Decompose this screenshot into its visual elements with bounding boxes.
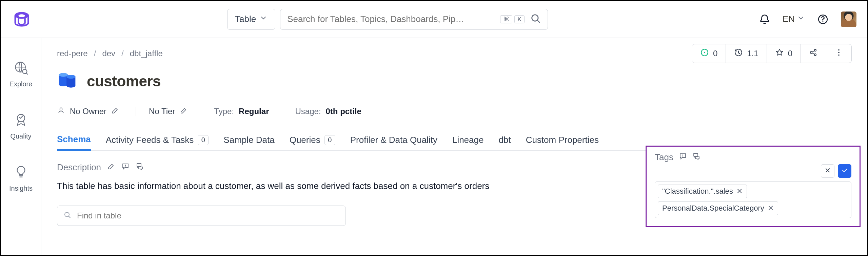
svg-point-14 [838, 52, 840, 53]
remove-tag-icon[interactable]: ✕ [736, 187, 743, 196]
sidebar-item-quality[interactable]: Quality [10, 112, 31, 140]
tab-profiler[interactable]: Profiler & Data Quality [350, 135, 437, 150]
tab-schema[interactable]: Schema [57, 134, 91, 151]
description-heading: Description [57, 162, 101, 173]
breadcrumb-separator: / [94, 49, 96, 58]
request-icon[interactable] [679, 152, 687, 163]
tab-lineage[interactable]: Lineage [452, 135, 484, 150]
breadcrumb-item[interactable]: red-pere [57, 49, 88, 58]
search-type-dropdown[interactable]: Table [227, 9, 275, 30]
tier-value: No Tier [149, 107, 175, 116]
help-icon[interactable] [817, 14, 829, 25]
breadcrumb-item[interactable]: dev [102, 49, 115, 58]
tab-label: Activity Feeds & Tasks [106, 135, 194, 145]
tags-heading: Tags [655, 152, 673, 163]
kbd-cmd: ⌘ [500, 15, 512, 23]
app-logo[interactable] [12, 9, 32, 29]
owner-icon [57, 106, 65, 116]
global-search[interactable]: ⌘ K [280, 9, 548, 30]
stat-value: 0 [713, 49, 717, 58]
ribbon-icon [14, 112, 28, 129]
stat-version[interactable]: 1.1 [726, 44, 766, 63]
svg-point-9 [704, 52, 705, 53]
usage-label: Usage: [295, 107, 321, 116]
chevron-down-icon [259, 14, 268, 24]
kebab-icon [834, 48, 843, 59]
find-input[interactable] [76, 211, 339, 221]
search-input[interactable] [287, 14, 495, 25]
tab-badge: 0 [324, 135, 335, 145]
share-icon [809, 48, 818, 59]
conversation-icon[interactable] [692, 152, 701, 163]
notifications-icon[interactable] [759, 14, 770, 25]
owner-value: No Owner [70, 107, 106, 116]
tab-label: Custom Properties [526, 135, 599, 145]
user-avatar[interactable] [841, 12, 856, 27]
close-icon [824, 167, 831, 175]
page-title: customers [87, 73, 161, 90]
tab-custom-properties[interactable]: Custom Properties [526, 135, 599, 150]
svg-point-15 [838, 55, 840, 56]
stat-starred[interactable]: 0 [767, 44, 801, 63]
sidebar-item-label: Quality [10, 132, 31, 140]
table-icon [57, 70, 77, 92]
share-button[interactable] [801, 44, 826, 63]
target-icon [700, 48, 709, 59]
tab-activity-feeds[interactable]: Activity Feeds & Tasks0 [106, 135, 209, 150]
stat-running[interactable]: 0 [692, 44, 726, 63]
search-shortcut: ⌘ K [500, 15, 525, 23]
divider [282, 107, 282, 116]
entity-stats: 0 1.1 0 [692, 44, 852, 63]
chevron-down-icon [797, 14, 805, 24]
svg-point-1 [18, 14, 25, 17]
tab-queries[interactable]: Queries0 [290, 135, 335, 150]
check-icon [841, 167, 848, 175]
sidebar-item-insights[interactable]: Insights [9, 165, 33, 192]
divider [201, 107, 201, 116]
edit-icon[interactable] [180, 106, 188, 116]
globe-search-icon [14, 60, 28, 77]
sidebar-item-label: Insights [9, 185, 33, 192]
svg-point-2 [532, 15, 538, 21]
sidebar-item-explore[interactable]: Explore [9, 60, 33, 88]
svg-point-21 [125, 167, 126, 167]
breadcrumb-separator: / [121, 49, 124, 58]
edit-icon[interactable] [111, 106, 119, 116]
request-icon[interactable] [121, 162, 130, 173]
svg-point-4 [823, 21, 824, 22]
stat-value: 0 [788, 49, 792, 58]
tab-label: Lineage [452, 135, 484, 145]
tab-dbt[interactable]: dbt [498, 135, 511, 150]
svg-point-20 [60, 108, 62, 110]
kbd-k: K [514, 15, 525, 23]
breadcrumb-item[interactable]: dbt_jaffle [130, 49, 163, 58]
svg-point-19 [66, 75, 75, 79]
tag-label: "Classification.".sales [662, 187, 733, 196]
search-type-label: Table [235, 14, 256, 24]
search-icon [530, 13, 541, 26]
svg-point-22 [65, 212, 69, 217]
tab-label: Sample Data [223, 135, 274, 145]
cancel-tags-button[interactable] [821, 164, 834, 178]
language-label: EN [783, 14, 795, 24]
tag-chip: PersonalData.SpecialCategory ✕ [658, 201, 778, 215]
tab-sample-data[interactable]: Sample Data [223, 135, 274, 150]
usage-value: 0th pctile [326, 107, 361, 116]
more-menu-button[interactable] [826, 44, 851, 63]
language-selector[interactable]: EN [783, 14, 805, 24]
tag-label: PersonalData.SpecialCategory [662, 204, 764, 213]
svg-point-13 [838, 49, 840, 50]
bulb-icon [14, 165, 28, 181]
find-in-table[interactable] [57, 206, 346, 226]
star-icon [775, 48, 784, 59]
remove-tag-icon[interactable]: ✕ [768, 204, 774, 213]
edit-icon[interactable] [107, 162, 115, 173]
confirm-tags-button[interactable] [838, 164, 851, 178]
divider [136, 107, 136, 116]
tab-label: Queries [290, 135, 320, 145]
type-value: Regular [239, 107, 269, 116]
svg-point-23 [683, 156, 683, 157]
tab-badge: 0 [198, 135, 209, 145]
tags-input[interactable]: "Classification.".sales ✕ PersonalData.S… [655, 182, 851, 218]
conversation-icon[interactable] [136, 162, 144, 173]
